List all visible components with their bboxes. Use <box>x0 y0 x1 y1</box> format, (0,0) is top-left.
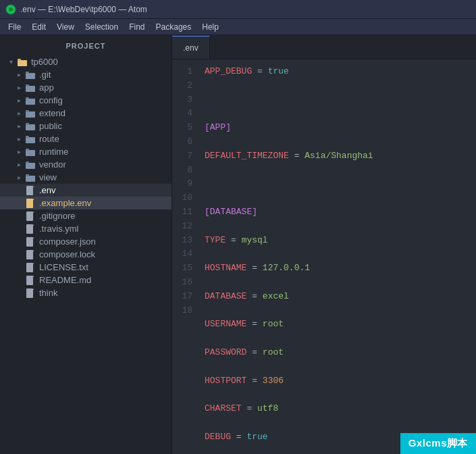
file-label: .example.env <box>39 198 171 208</box>
chevron-down-icon: ▾ <box>5 58 16 66</box>
svg-rect-14 <box>26 123 29 125</box>
file-icon <box>24 288 36 298</box>
menu-bar: File Edit View Selection Find Packages H… <box>0 19 476 35</box>
watermark: Gxlcms脚本 <box>400 433 476 454</box>
folder-icon <box>24 122 36 130</box>
svg-marker-40 <box>33 288 34 290</box>
folder-icon <box>16 58 28 66</box>
folder-icon <box>24 84 36 92</box>
menu-find[interactable]: Find <box>124 21 150 33</box>
svg-rect-23 <box>26 186 33 195</box>
svg-rect-19 <box>26 163 35 169</box>
menu-file[interactable]: File <box>3 21 26 33</box>
chevron-right-icon: ▸ <box>14 174 24 181</box>
svg-marker-36 <box>33 263 34 264</box>
svg-rect-16 <box>26 136 29 138</box>
svg-rect-39 <box>26 288 33 298</box>
tab-label: .env <box>183 43 199 53</box>
sidebar: Project ▾ tp6000 ▸ .git ▸ <box>0 35 172 454</box>
sidebar-item-readme[interactable]: README.md <box>0 274 171 286</box>
chevron-right-icon: ▸ <box>14 71 24 78</box>
sidebar-item-public[interactable]: ▸ public <box>0 120 171 132</box>
folder-icon <box>24 148 36 156</box>
file-label: composer.json <box>39 236 171 247</box>
chevron-right-icon: ▸ <box>14 161 24 168</box>
folder-label: vendor <box>39 159 171 170</box>
sidebar-item-example-env[interactable]: .example.env <box>0 197 171 209</box>
sidebar-item-think[interactable]: think <box>0 286 171 299</box>
svg-rect-25 <box>26 199 33 208</box>
file-icon <box>24 250 36 259</box>
svg-rect-10 <box>26 97 29 99</box>
tree-root[interactable]: ▾ tp6000 <box>0 55 171 68</box>
file-label: .travis.yml <box>39 224 171 234</box>
tab-env[interactable]: .env <box>172 36 210 59</box>
svg-rect-5 <box>26 73 35 79</box>
sidebar-item-composer-json[interactable]: composer.json <box>0 235 171 248</box>
main-layout: Project ▾ tp6000 ▸ .git ▸ <box>0 35 476 454</box>
chevron-right-icon: ▸ <box>14 109 24 117</box>
svg-rect-13 <box>26 124 35 130</box>
svg-marker-30 <box>33 224 34 226</box>
file-icon <box>24 276 36 285</box>
folder-label: route <box>39 134 171 144</box>
menu-edit[interactable]: Edit <box>26 21 51 33</box>
svg-rect-21 <box>26 176 35 182</box>
file-label: LICENSE.txt <box>39 262 171 272</box>
folder-icon <box>24 97 36 105</box>
file-icon <box>24 199 36 208</box>
svg-rect-22 <box>26 174 29 176</box>
file-label: .env <box>39 185 171 195</box>
sidebar-item-extend[interactable]: ▸ extend <box>0 107 171 120</box>
file-icon <box>24 263 36 272</box>
folder-label: view <box>39 172 171 182</box>
sidebar-item-app[interactable]: ▸ app <box>0 81 171 94</box>
sidebar-item-view[interactable]: ▸ view <box>0 171 171 184</box>
sidebar-item-travis[interactable]: .travis.yml <box>0 222 171 235</box>
menu-view[interactable]: View <box>51 21 80 33</box>
file-icon <box>24 237 36 247</box>
svg-marker-24 <box>33 186 34 187</box>
root-label: tp6000 <box>31 57 171 67</box>
sidebar-item-git[interactable]: ▸ .git <box>0 68 171 81</box>
folder-label: public <box>39 121 171 131</box>
editor-content[interactable]: 1 2 3 4 5 6 7 8 9 10 11 12 13 14 15 16 1… <box>172 59 476 454</box>
sidebar-item-env[interactable]: .env <box>0 184 171 197</box>
svg-rect-35 <box>26 263 33 272</box>
svg-marker-26 <box>33 199 34 200</box>
folder-icon <box>24 161 36 169</box>
line-numbers: 1 2 3 4 5 6 7 8 9 10 11 12 13 14 15 16 1… <box>172 59 199 454</box>
svg-rect-27 <box>26 211 33 221</box>
sidebar-item-route[interactable]: ▸ route <box>0 132 171 145</box>
file-label: composer.lock <box>39 249 171 259</box>
menu-help[interactable]: Help <box>196 21 224 33</box>
sidebar-item-runtime[interactable]: ▸ runtime <box>0 145 171 158</box>
svg-marker-32 <box>33 237 34 238</box>
svg-rect-7 <box>26 86 35 92</box>
sidebar-item-config[interactable]: ▸ config <box>0 94 171 107</box>
menu-packages[interactable]: Packages <box>151 21 197 33</box>
sidebar-item-license[interactable]: LICENSE.txt <box>0 261 171 274</box>
sidebar-header: Project <box>0 35 171 55</box>
sidebar-item-vendor[interactable]: ▸ vendor <box>0 158 171 171</box>
svg-rect-4 <box>18 59 21 61</box>
sidebar-item-gitignore[interactable]: .gitignore <box>0 209 171 222</box>
folder-icon <box>24 71 36 79</box>
code-editor[interactable]: APP_DEBUG = true [APP] DEFAULT_TIMEZONE … <box>199 59 476 454</box>
svg-point-1 <box>9 7 13 11</box>
menu-selection[interactable]: Selection <box>80 21 124 33</box>
folder-icon <box>24 135 36 143</box>
chevron-right-icon: ▸ <box>14 84 24 91</box>
svg-rect-33 <box>26 250 33 259</box>
svg-rect-15 <box>26 137 35 143</box>
folder-label: extend <box>39 108 171 118</box>
folder-label: .git <box>39 70 171 80</box>
title-bar: .env — E:\WebDev\tp6000 — Atom <box>0 0 476 19</box>
svg-rect-31 <box>26 237 33 247</box>
file-label: README.md <box>39 275 171 285</box>
folder-label: app <box>39 82 171 93</box>
sidebar-item-composer-lock[interactable]: composer.lock <box>0 248 171 261</box>
svg-rect-12 <box>26 110 29 112</box>
svg-rect-18 <box>26 149 29 151</box>
chevron-right-icon: ▸ <box>14 148 24 155</box>
